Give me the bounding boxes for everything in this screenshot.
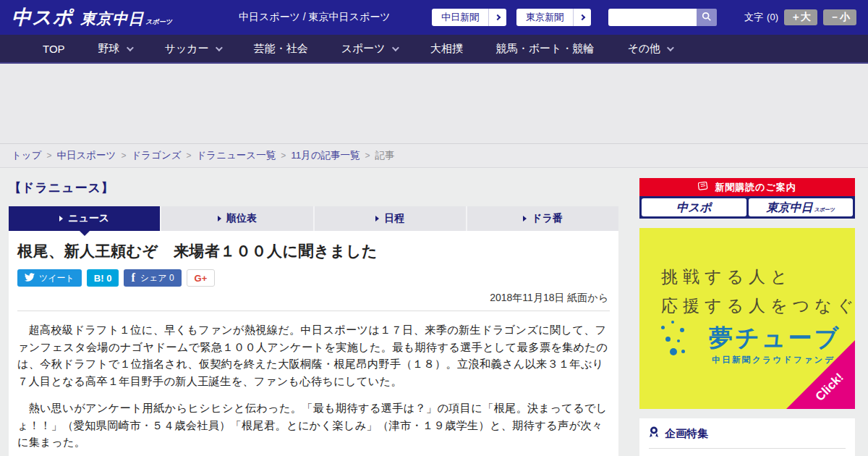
article-paragraph: 超高校級ドラフト１位に、早くもファンが熱視線だ。中日スポーツは１７日、来季の新生…: [17, 321, 610, 389]
dot-decoration: [670, 348, 677, 355]
dot-decoration: [681, 350, 685, 353]
section-title: 【ドラニュース】: [9, 180, 618, 196]
breadcrumb-separator: >: [281, 151, 286, 161]
tweet-label: ツイート: [39, 272, 75, 284]
font-size-count: (0): [767, 12, 778, 22]
site-logo-sub: 東京中日: [80, 9, 144, 29]
dot-decoration: [661, 326, 665, 329]
tab-schedule[interactable]: 日程: [313, 206, 466, 231]
feature-section-title: 企画特集: [665, 427, 708, 441]
search-icon: [702, 12, 712, 24]
breadcrumb-current: 記事: [375, 149, 395, 162]
chevron-down-icon: [667, 44, 674, 51]
article-column: 【ドラニュース】 ニュース 順位表 日程 ドラ番: [9, 168, 618, 456]
nav-item-sports[interactable]: スポーツ: [325, 35, 414, 62]
nav-item-entertainment[interactable]: 芸能・社会: [237, 35, 325, 62]
breadcrumb-separator: >: [187, 151, 192, 161]
tab-draban[interactable]: ドラ番: [466, 206, 618, 231]
ad-copy-line1: 挑戦する人と: [661, 266, 793, 288]
search-button[interactable]: [697, 9, 717, 26]
breadcrumb-dranews-list[interactable]: ドラニュース一覧: [197, 149, 276, 162]
main-nav: TOP 野球 サッカー 芸能・社会 スポーツ 大相撲 競馬・ボート・競輪 その他: [0, 35, 868, 64]
nav-item-other[interactable]: その他: [610, 35, 689, 62]
tab-standings[interactable]: 順位表: [160, 206, 312, 231]
breadcrumb-top[interactable]: トップ: [12, 149, 41, 162]
hatena-bookmark-button[interactable]: B! 0: [87, 269, 119, 287]
font-size-larger-button[interactable]: ＋大: [784, 9, 817, 25]
main-content: 【ドラニュース】 ニュース 順位表 日程 ドラ番: [0, 168, 868, 456]
tab-arrow-icon: [218, 216, 221, 221]
nav-item-top[interactable]: TOP: [26, 35, 82, 62]
nav-item-sumo[interactable]: 大相撲: [414, 35, 480, 62]
tweet-button[interactable]: ツイート: [17, 269, 82, 287]
tokyo-shimbun-label: 東京新聞: [516, 9, 573, 26]
ribbon-icon: [649, 426, 665, 442]
site-logo-sub-small: スポーツ: [145, 17, 172, 27]
tab-arrow-icon: [59, 216, 63, 221]
chunichi-shimbun-label: 中日新聞: [432, 9, 488, 26]
chunichi-shimbun-button[interactable]: 中日新聞: [432, 9, 506, 26]
font-size-label: 文字: [744, 11, 763, 24]
font-size-controls: 文字 (0) ＋大 －小: [744, 9, 856, 25]
google-plus-icon: G+: [195, 273, 208, 284]
article-body: 超高校級ドラフト１位に、早くもファンが熱視線だ。中日スポーツは１７日、来季の新生…: [17, 321, 610, 451]
nav-item-baseball[interactable]: 野球: [82, 35, 148, 62]
article-paragraph: 熱い思いがアンケート用紙からヒシヒシと伝わった。「最も期待する選手は？」の項目に…: [17, 400, 610, 451]
tab-arrow-icon: [375, 216, 379, 221]
search-bar: [608, 9, 717, 26]
breadcrumb-november-list[interactable]: 11月の記事一覧: [291, 149, 359, 162]
chevron-right-icon: [574, 9, 591, 26]
page: 中スポ 東京中日 スポーツ 中日スポーツ / 東京中日スポーツ 中日新聞 東京新…: [0, 0, 868, 456]
chevron-down-icon: [127, 44, 134, 51]
breadcrumb-dragons[interactable]: ドラゴンズ: [131, 149, 181, 162]
site-title: 中日スポーツ / 東京中日スポーツ: [239, 11, 391, 24]
facebook-share-label: シェア 0: [140, 272, 174, 284]
divider: [17, 311, 610, 311]
chuspo-logo-button[interactable]: 中スポ: [642, 198, 746, 216]
article-title: 根尾、新人王頼むぞ 来場者１００人に聞きました: [17, 241, 610, 261]
dot-decoration: [665, 337, 671, 342]
feature-section: 企画特集 中日新聞ドラゴンズショップ: [639, 418, 855, 456]
yumetube-ad[interactable]: 挑戦する人と 応援する人をつなぐ。 夢チューブ 中日新聞クラウドファンディング …: [639, 228, 855, 409]
sidebar: 新聞購読のご案内 中スポ 東京中日 スポーツ 挑戦する人と 応援する人をつなぐ。: [639, 168, 855, 456]
dot-decoration: [680, 328, 684, 332]
top-header: 中スポ 東京中日 スポーツ 中日スポーツ / 東京中日スポーツ 中日新聞 東京新…: [0, 0, 868, 35]
breadcrumb: トップ > 中日スポーツ > ドラゴンズ > ドラニュース一覧 > 11月の記事…: [0, 143, 868, 168]
subscription-banner-header: 新聞購読のご案内: [639, 178, 855, 196]
subscription-logos: 中スポ 東京中日 スポーツ: [639, 196, 855, 219]
google-plus-button[interactable]: G+: [187, 269, 216, 287]
hatena-label: B! 0: [94, 273, 112, 284]
twitter-bird-icon: [25, 273, 39, 284]
section-tabs: ニュース 順位表 日程 ドラ番: [9, 206, 618, 231]
site-logo-main: 中スポ: [12, 4, 73, 30]
ad-placeholder: [0, 64, 868, 143]
tokyo-shimbun-button[interactable]: 東京新聞: [516, 9, 591, 26]
chevron-down-icon: [216, 44, 223, 51]
chevron-right-icon: [489, 9, 506, 26]
subscription-banner-label: 新聞購読のご案内: [715, 181, 796, 194]
tab-news[interactable]: ニュース: [9, 206, 160, 231]
breadcrumb-separator: >: [46, 151, 51, 161]
tokyo-chunichi-logo-button[interactable]: 東京中日 スポーツ: [749, 198, 854, 216]
breadcrumb-separator: >: [121, 151, 126, 161]
dot-decoration: [677, 339, 680, 342]
dot-decoration: [671, 321, 674, 324]
facebook-share-button[interactable]: f シェア 0: [124, 269, 181, 287]
chevron-down-icon: [392, 44, 399, 51]
article-date: 2018年11月18日 紙面から: [17, 292, 610, 305]
newspaper-icon: [698, 182, 715, 193]
header-right: 中日新聞 東京新聞 文字 (0) ＋大: [422, 9, 856, 26]
share-buttons: ツイート B! 0 f シェア 0 G+: [17, 269, 610, 287]
search-input[interactable]: [608, 9, 697, 26]
breadcrumb-separator: >: [365, 151, 370, 161]
nav-item-racing[interactable]: 競馬・ボート・競輪: [480, 35, 611, 62]
facebook-icon: f: [131, 271, 135, 284]
nav-item-soccer[interactable]: サッカー: [148, 35, 237, 62]
breadcrumb-chunichi-sports[interactable]: 中日スポーツ: [56, 149, 116, 162]
subscription-banner[interactable]: 新聞購読のご案内 中スポ 東京中日 スポーツ: [639, 178, 855, 219]
tab-arrow-icon: [523, 216, 527, 221]
site-logo[interactable]: 中スポ 東京中日 スポーツ: [12, 4, 172, 30]
feature-section-header: 企画特集: [649, 426, 846, 449]
font-size-smaller-button[interactable]: －小: [823, 9, 856, 25]
ad-copy-line2: 応援する人をつなぐ。: [661, 295, 855, 317]
